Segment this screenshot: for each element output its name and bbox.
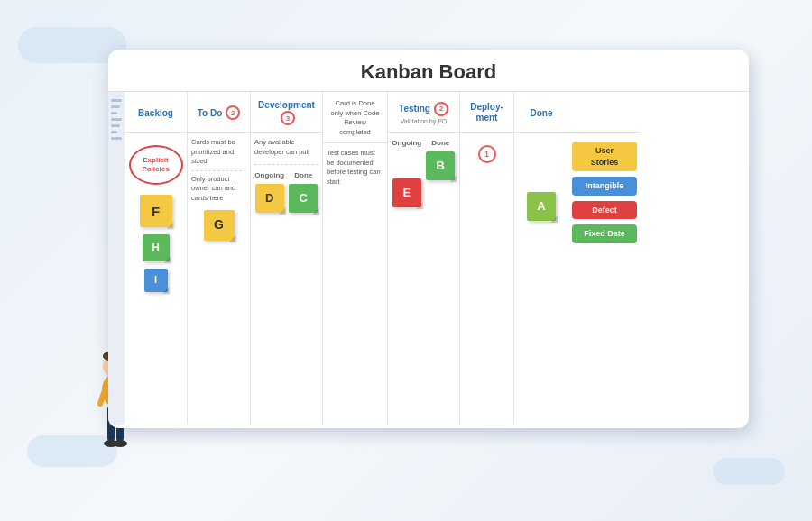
todo-desc2: Only product owner can and cards here [191,175,246,204]
col-badge-testing: 2 [434,102,448,116]
column-development: Development 3 Any available developer ca… [251,92,323,425]
col-title-row-dev: Development 3 [256,100,317,125]
sidebar-line [111,137,122,140]
column-todo: To Do 2 Cards must be prioritized and si… [188,92,251,425]
column-deployment: Deploy-ment 1 [460,92,514,425]
col-header-deployment: Deploy-ment [460,92,513,133]
sticky-D: D [255,184,284,213]
testing-done: Done B [426,138,457,207]
legend-fixed-date: Fixed Date [572,224,637,243]
sticky-H: H [143,234,170,261]
col-body-deployment: 1 [460,133,513,425]
column-backlog: Backlog Explicit Policies F H I [125,92,188,425]
column-legend: User Stories Intangible Defect Fixed Dat… [568,92,641,425]
board-title: Kanban Board [108,50,749,91]
sticky-A: A [527,192,556,221]
col-header-dev: Development 3 [251,92,322,133]
explicit-policies-badge: Explicit Policies [129,145,183,185]
todo-stickies: G [191,210,246,241]
board-columns: Backlog Explicit Policies F H I To Do [108,91,749,425]
col-header-todo: To Do 2 [188,92,250,133]
sidebar-lines [108,92,125,425]
testing-ongoing-label: Ongoing [392,138,422,148]
done-stickies: A [518,192,565,221]
col-header-testing: Testing 2 Validation by PO [388,92,459,133]
column-testing-desc: Card is Done only when Code Review compl… [323,92,388,425]
divider [191,170,246,171]
legend-user-stories: User Stories [572,142,637,171]
col-body-backlog: Explicit Policies F H I [125,133,187,425]
col-body-legend: User Stories Intangible Defect Fixed Dat… [568,133,641,425]
sticky-F: F [140,195,172,227]
backlog-stickies: F [128,192,183,230]
divider [254,164,318,165]
sticky-I: I [144,269,168,292]
sidebar-line [111,124,120,127]
validation-label: Validation by PO [401,118,448,124]
col-body-dev: Any available developer can pull Ongoing… [251,133,322,425]
col-title-testing: Testing [399,104,430,114]
col-header-testing-desc: Card is Done only when Code Review compl… [323,92,387,143]
sticky-B: B [426,151,455,180]
col-header-done: Done [514,92,568,133]
sidebar-line [111,99,122,102]
col-body-done: A [514,133,568,425]
testing-desc-header: Card is Done only when Code Review compl… [328,99,382,137]
dev-done: Done C [289,170,319,213]
backlog-stickies-2: H [128,232,183,264]
deployment-badge: 1 [478,145,496,163]
col-header-backlog: Backlog [125,92,187,133]
sidebar-line [111,112,117,114]
col-title-row-testing: Testing 2 [399,102,448,116]
legend-items: User Stories Intangible Defect Fixed Dat… [572,138,637,243]
testing-requirement: Test cases must be documented before tes… [327,149,383,187]
col-title-dev: Development [258,100,315,110]
sidebar-line [111,118,122,121]
testing-ongoing: Ongoing E [392,138,422,207]
testing-subsections: Ongoing E Done B [392,138,456,207]
testing-ongoing-empty [392,151,422,178]
sticky-G: G [204,210,235,241]
col-header-legend [568,92,641,133]
backlog-stickies-3: I [128,266,183,295]
column-done: Done A [514,92,568,425]
col-title-row-todo: To Do 2 [198,105,241,120]
deployment-badge-container: 1 [464,145,510,163]
legend-defect: Defect [572,201,637,220]
col-body-testing: Ongoing E Done B [388,133,459,425]
col-title-todo: To Do [198,108,223,118]
col-body-todo: Cards must be prioritized and sized Only… [188,133,250,425]
col-title-done: Done [531,108,553,118]
dev-done-label: Done [289,170,319,180]
dev-desc: Any available developer can pull [254,138,318,157]
sidebar-line [111,105,120,108]
todo-desc: Cards must be prioritized and sized [191,138,246,167]
dev-ongoing: Ongoing D [254,170,285,213]
col-title-deployment: Deploy-ment [470,102,503,123]
sticky-E: E [392,178,421,207]
col-badge-dev: 3 [281,111,295,125]
legend-intangible: Intangible [572,177,637,196]
col-title-backlog: Backlog [138,108,173,118]
col-body-testing-desc: Test cases must be documented before tes… [323,143,387,425]
svg-point-6 [113,440,127,447]
column-testing: Testing 2 Validation by PO Ongoing E Don… [388,92,460,425]
cloud-decoration-br [713,458,785,485]
dev-subsections: Ongoing D Done C [254,170,318,213]
testing-done-label: Done [426,138,457,148]
kanban-board: Kanban Board Backlog Explicit Policies F [108,50,749,428]
col-badge-todo: 2 [226,105,240,120]
sticky-C: C [289,184,318,213]
dev-ongoing-label: Ongoing [254,170,285,180]
sidebar-line [111,131,117,133]
